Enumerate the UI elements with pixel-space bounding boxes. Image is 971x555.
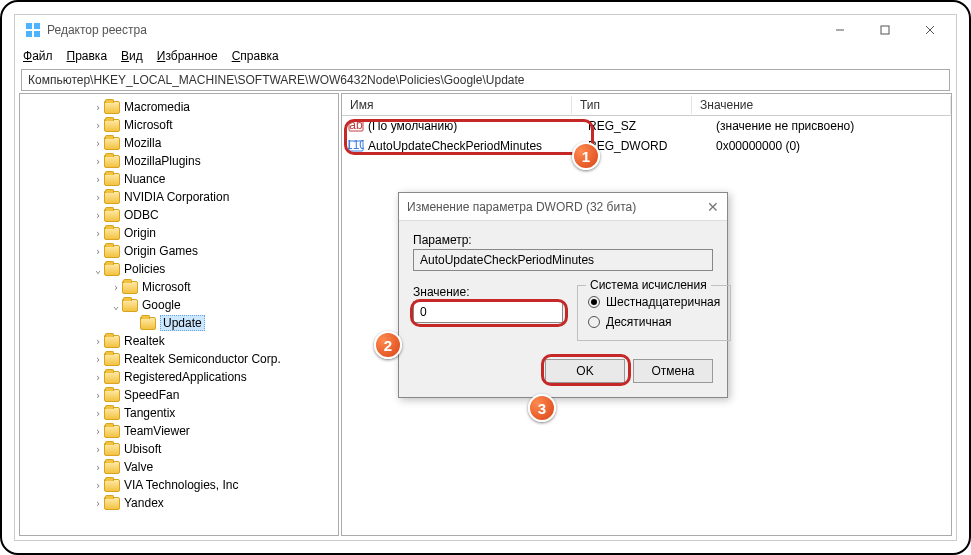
tree-item[interactable]: ›Tangentix: [20, 404, 338, 422]
tree-item[interactable]: ›Realtek Semiconductor Corp.: [20, 350, 338, 368]
menu-help[interactable]: Справка: [232, 49, 279, 63]
tree-twisty-icon[interactable]: ›: [92, 480, 104, 491]
dialog-close-button[interactable]: ✕: [707, 199, 719, 215]
tree-item[interactable]: ›RegisteredApplications: [20, 368, 338, 386]
tree-item-label: RegisteredApplications: [124, 370, 247, 384]
tree-item[interactable]: ›MozillaPlugins: [20, 152, 338, 170]
tree-twisty-icon[interactable]: ⌄: [110, 300, 122, 311]
tree-item[interactable]: ›Microsoft: [20, 116, 338, 134]
tree-pane[interactable]: ›Macromedia›Microsoft›Mozilla›MozillaPlu…: [19, 93, 339, 536]
col-type[interactable]: Тип: [572, 96, 692, 114]
tree-item[interactable]: ›TeamViewer: [20, 422, 338, 440]
col-value[interactable]: Значение: [692, 96, 951, 114]
tree-item[interactable]: ›Yandex: [20, 494, 338, 512]
value-data: (значение не присвоено): [708, 119, 854, 133]
tree-twisty-icon[interactable]: ›: [92, 390, 104, 401]
app-icon: [25, 22, 41, 38]
folder-icon: [104, 209, 120, 222]
tree-item[interactable]: ›VIA Technologies, Inc: [20, 476, 338, 494]
tree-item-label: MozillaPlugins: [124, 154, 201, 168]
list-header: Имя Тип Значение: [342, 94, 951, 116]
tree-item-label: Google: [142, 298, 181, 312]
tree-item[interactable]: ›NVIDIA Corporation: [20, 188, 338, 206]
col-name[interactable]: Имя: [342, 96, 572, 114]
menu-edit[interactable]: Правка: [67, 49, 108, 63]
value-name: (По умолчанию): [368, 119, 457, 133]
minimize-button[interactable]: [817, 16, 862, 45]
folder-icon: [104, 137, 120, 150]
list-row[interactable]: ab(По умолчанию)REG_SZ(значение не присв…: [342, 116, 951, 136]
folder-icon: [104, 191, 120, 204]
tree-item[interactable]: ›ODBC: [20, 206, 338, 224]
folder-icon: [104, 353, 120, 366]
address-bar[interactable]: Компьютер\HKEY_LOCAL_MACHINE\SOFTWARE\WO…: [21, 69, 950, 91]
svg-rect-5: [881, 26, 889, 34]
tree-twisty-icon[interactable]: ›: [92, 408, 104, 419]
list-pane[interactable]: Имя Тип Значение ab(По умолчанию)REG_SZ(…: [341, 93, 952, 536]
ok-button[interactable]: OK: [545, 359, 625, 383]
tree-twisty-icon[interactable]: ›: [92, 498, 104, 509]
tree-item[interactable]: ›Realtek: [20, 332, 338, 350]
folder-icon: [104, 425, 120, 438]
svg-text:110: 110: [348, 138, 364, 152]
tree-item[interactable]: ›Valve: [20, 458, 338, 476]
tree-item[interactable]: ⌄Google: [20, 296, 338, 314]
tree-twisty-icon[interactable]: ›: [92, 228, 104, 239]
tree-twisty-icon[interactable]: ›: [92, 138, 104, 149]
tree-item[interactable]: ⌄Policies: [20, 260, 338, 278]
tree-item-label: Realtek: [124, 334, 165, 348]
tree-item[interactable]: ›Nuance: [20, 170, 338, 188]
menu-file[interactable]: Файл: [23, 49, 53, 63]
tree-twisty-icon[interactable]: ›: [92, 174, 104, 185]
tree-twisty-icon[interactable]: ›: [92, 354, 104, 365]
menu-favorites[interactable]: Избранное: [157, 49, 218, 63]
tree-twisty-icon[interactable]: ›: [92, 336, 104, 347]
value-field[interactable]: [413, 301, 563, 323]
maximize-button[interactable]: [862, 16, 907, 45]
list-row[interactable]: 110AutoUpdateCheckPeriodMinutesREG_DWORD…: [342, 136, 951, 156]
folder-icon: [104, 227, 120, 240]
tree-item[interactable]: ›Ubisoft: [20, 440, 338, 458]
tree-item[interactable]: ›Macromedia: [20, 98, 338, 116]
dialog-title: Изменение параметра DWORD (32 бита): [407, 200, 636, 214]
value-type-icon: ab: [348, 118, 364, 134]
menu-view[interactable]: Вид: [121, 49, 143, 63]
tree-twisty-icon[interactable]: ›: [92, 426, 104, 437]
cancel-button[interactable]: Отмена: [633, 359, 713, 383]
svg-text:ab: ab: [349, 118, 363, 132]
close-button[interactable]: [907, 16, 952, 45]
tree-twisty-icon[interactable]: ›: [92, 462, 104, 473]
radio-dec[interactable]: Десятичная: [588, 312, 720, 332]
tree-twisty-icon[interactable]: ›: [92, 192, 104, 203]
tree-item[interactable]: ›Origin: [20, 224, 338, 242]
tree-item[interactable]: ›Origin Games: [20, 242, 338, 260]
tree-item[interactable]: ›Microsoft: [20, 278, 338, 296]
tree-item-label: Microsoft: [124, 118, 173, 132]
tree-item-label: SpeedFan: [124, 388, 179, 402]
tree-twisty-icon[interactable]: ›: [92, 120, 104, 131]
tree-item-label: Mozilla: [124, 136, 161, 150]
menu-bar: Файл Правка Вид Избранное Справка: [15, 45, 956, 67]
tree-item[interactable]: ›Mozilla: [20, 134, 338, 152]
tree-twisty-icon[interactable]: ›: [92, 246, 104, 257]
window-title: Редактор реестра: [47, 23, 147, 37]
tree-twisty-icon[interactable]: ›: [110, 282, 122, 293]
annotation-badge-1: 1: [572, 142, 600, 170]
folder-icon: [104, 443, 120, 456]
tree-item[interactable]: Update: [20, 314, 338, 332]
tree-item-label: Realtek Semiconductor Corp.: [124, 352, 281, 366]
tree-twisty-icon[interactable]: ›: [92, 372, 104, 383]
tree-twisty-icon[interactable]: ⌄: [92, 264, 104, 275]
tree-item-label: Tangentix: [124, 406, 175, 420]
base-group: Система исчисления Шестнадцатеричная Дес…: [577, 285, 731, 341]
tree-twisty-icon[interactable]: ›: [92, 156, 104, 167]
tree-twisty-icon[interactable]: ›: [92, 102, 104, 113]
folder-icon: [122, 281, 138, 294]
tree-twisty-icon[interactable]: ›: [92, 210, 104, 221]
tree-item-label: Microsoft: [142, 280, 191, 294]
radio-hex[interactable]: Шестнадцатеричная: [588, 292, 720, 312]
tree-twisty-icon[interactable]: ›: [92, 444, 104, 455]
folder-icon: [104, 461, 120, 474]
tree-item[interactable]: ›SpeedFan: [20, 386, 338, 404]
folder-icon: [104, 155, 120, 168]
